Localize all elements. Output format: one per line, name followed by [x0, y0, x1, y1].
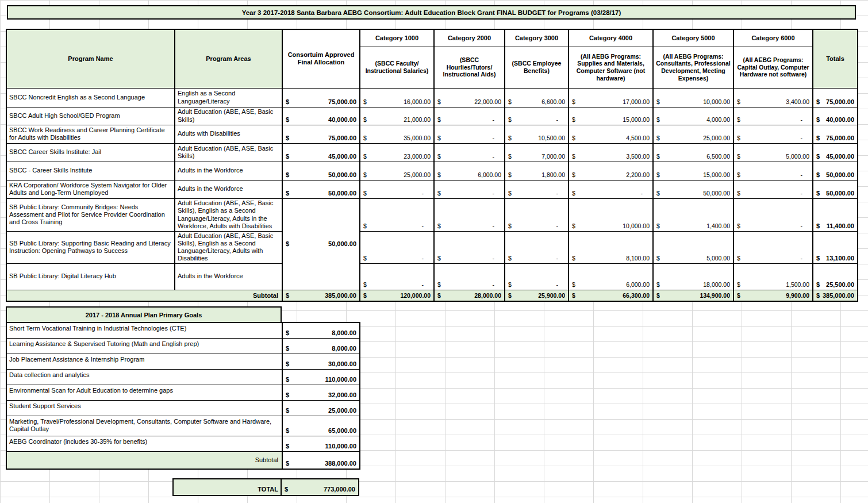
- category-amount-cell[interactable]: $-: [569, 180, 653, 198]
- budget-subtotal-cat6000[interactable]: $9,900.00: [733, 290, 813, 301]
- row-total-cell[interactable]: $75,000.00: [813, 125, 858, 143]
- category-amount-cell[interactable]: $-: [505, 263, 569, 290]
- category-amount-cell[interactable]: $-: [505, 231, 569, 263]
- program-name-cell[interactable]: SBCC Work Readiness and Career Planning …: [6, 125, 175, 143]
- allocation-cell[interactable]: $40,000.00: [282, 107, 360, 125]
- category-amount-cell[interactable]: $-: [505, 107, 569, 125]
- allocation-cell[interactable]: $75,000.00: [282, 88, 360, 107]
- row-total-cell[interactable]: $13,100.00: [813, 231, 858, 263]
- category-amount-cell[interactable]: $-: [434, 125, 505, 143]
- category-amount-cell[interactable]: $50,000.00: [653, 180, 733, 198]
- category-amount-cell[interactable]: $8,100.00: [569, 231, 653, 263]
- category-amount-cell[interactable]: $7,000.00: [505, 143, 569, 162]
- category-amount-cell[interactable]: $-: [733, 180, 813, 198]
- category-amount-cell[interactable]: $21,000.00: [360, 107, 434, 125]
- col-subheader-category-6000[interactable]: (All AEBG Programs: Capital Outlay, Comp…: [733, 47, 813, 88]
- row-total-cell[interactable]: $50,000.00: [813, 162, 858, 180]
- row-total-cell[interactable]: $11,400.00: [813, 198, 858, 231]
- program-name-cell[interactable]: SBCC Career Skills Institute: Jail: [6, 143, 175, 162]
- category-amount-cell[interactable]: $-: [505, 180, 569, 198]
- category-amount-cell[interactable]: $25,000.00: [360, 162, 434, 180]
- allocation-cell[interactable]: $75,000.00: [282, 125, 360, 143]
- category-amount-cell[interactable]: $-: [434, 107, 505, 125]
- program-area-cell[interactable]: Adult Education (ABE, ASE, Basic Skills)…: [175, 231, 282, 263]
- program-name-cell[interactable]: SBCC - Career Skills Institute: [6, 162, 175, 180]
- budget-subtotal-cat3000[interactable]: $25,900.00: [505, 290, 569, 301]
- category-amount-cell[interactable]: $-: [434, 198, 505, 231]
- goals-subtotal-amount[interactable]: $388,000.00: [282, 451, 360, 469]
- budget-subtotal-total[interactable]: $385,000.00: [813, 290, 858, 301]
- grand-total-label[interactable]: TOTAL: [174, 479, 282, 495]
- category-amount-cell[interactable]: $1,800.00: [505, 162, 569, 180]
- grand-total-amount[interactable]: $773,000.00: [282, 479, 358, 495]
- row-total-cell[interactable]: $40,000.00: [813, 107, 858, 125]
- goal-label-cell[interactable]: Marketing, Travel/Professional Developme…: [6, 416, 282, 436]
- category-amount-cell[interactable]: $-: [360, 198, 434, 231]
- program-area-cell[interactable]: Adults with Disabilities: [175, 125, 282, 143]
- col-subheader-category-1000[interactable]: (SBCC Faculty/ Instructional Salaries): [360, 47, 434, 88]
- col-header-category-2000[interactable]: Category 2000: [434, 29, 505, 47]
- program-area-cell[interactable]: Adults in the Workforce: [175, 162, 282, 180]
- category-amount-cell[interactable]: $-: [733, 107, 813, 125]
- category-amount-cell[interactable]: $15,000.00: [653, 162, 733, 180]
- category-amount-cell[interactable]: $3,400.00: [733, 88, 813, 107]
- category-amount-cell[interactable]: $4,500.00: [569, 125, 653, 143]
- goal-amount-cell[interactable]: $8,000.00: [282, 338, 360, 354]
- goal-amount-cell[interactable]: $30,000.00: [282, 354, 360, 369]
- category-amount-cell[interactable]: $-: [733, 231, 813, 263]
- program-name-cell[interactable]: SB Public Library: Supporting Basic Read…: [6, 231, 175, 263]
- goal-amount-cell[interactable]: $32,000.00: [282, 385, 360, 400]
- budget-subtotal-cat1000[interactable]: $120,000.00: [360, 290, 434, 301]
- program-name-cell[interactable]: SBCC Adult High School/GED Program: [6, 107, 175, 125]
- category-amount-cell[interactable]: $6,500.00: [653, 143, 733, 162]
- category-amount-cell[interactable]: $-: [733, 125, 813, 143]
- category-amount-cell[interactable]: $3,500.00: [569, 143, 653, 162]
- row-total-cell[interactable]: $45,000.00: [813, 143, 858, 162]
- program-area-cell[interactable]: Adult Education (ABE, ASE, Basic Skills)…: [175, 198, 282, 231]
- goal-label-cell[interactable]: Environmental Scan for Adult Education t…: [6, 385, 282, 400]
- col-header-program-name[interactable]: Program Name: [6, 29, 175, 88]
- budget-subtotal-cat2000[interactable]: $28,000.00: [434, 290, 505, 301]
- category-amount-cell[interactable]: $-: [733, 198, 813, 231]
- budget-subtotal-cat4000[interactable]: $66,300.00: [569, 290, 653, 301]
- category-amount-cell[interactable]: $-: [360, 231, 434, 263]
- category-amount-cell[interactable]: $6,000.00: [569, 263, 653, 290]
- category-amount-cell[interactable]: $22,000.00: [434, 88, 505, 107]
- program-name-cell[interactable]: KRA Corporation/ Workforce System Naviga…: [6, 180, 175, 198]
- goals-header-cell[interactable]: 2017 - 2018 Annual Plan Primary Goals: [6, 306, 282, 323]
- category-amount-cell[interactable]: $-: [505, 198, 569, 231]
- category-amount-cell[interactable]: $-: [360, 263, 434, 290]
- col-subheader-category-4000[interactable]: (All AEBG Programs: Supplies and Materia…: [569, 47, 653, 88]
- category-amount-cell[interactable]: $35,000.00: [360, 125, 434, 143]
- category-amount-cell[interactable]: $23,000.00: [360, 143, 434, 162]
- goal-amount-cell[interactable]: $110,000.00: [282, 369, 360, 385]
- goal-label-cell[interactable]: AEBG Coordinator (includes 30-35% for be…: [6, 436, 282, 451]
- col-header-totals[interactable]: Totals: [813, 29, 858, 88]
- goal-label-cell[interactable]: Data collection and analytics: [6, 369, 282, 385]
- allocation-cell[interactable]: $50,000.00: [282, 198, 360, 290]
- goal-amount-cell[interactable]: $110,000.00: [282, 436, 360, 451]
- budget-subtotal-label[interactable]: Subtotal: [6, 290, 282, 301]
- program-area-cell[interactable]: Adults in the Workforce: [175, 180, 282, 198]
- category-amount-cell[interactable]: $17,000.00: [569, 88, 653, 107]
- category-amount-cell[interactable]: $10,000.00: [653, 88, 733, 107]
- category-amount-cell[interactable]: $-: [360, 180, 434, 198]
- category-amount-cell[interactable]: $5,000.00: [653, 231, 733, 263]
- col-header-category-5000[interactable]: Category 5000: [653, 29, 733, 47]
- category-amount-cell[interactable]: $16,000.00: [360, 88, 434, 107]
- category-amount-cell[interactable]: $-: [434, 143, 505, 162]
- goal-label-cell[interactable]: Student Support Services: [6, 400, 282, 416]
- row-total-cell[interactable]: $25,500.00: [813, 263, 858, 290]
- program-name-cell[interactable]: SB Public Library: Community Bridges: Ne…: [6, 198, 175, 231]
- category-amount-cell[interactable]: $-: [733, 162, 813, 180]
- budget-subtotal-allocation[interactable]: $385,000.00: [282, 290, 360, 301]
- goal-label-cell[interactable]: Short Term Vocational Training in Indust…: [6, 322, 282, 338]
- category-amount-cell[interactable]: $5,000.00: [733, 143, 813, 162]
- goal-amount-cell[interactable]: $65,000.00: [282, 416, 360, 436]
- goal-amount-cell[interactable]: $25,000.00: [282, 400, 360, 416]
- category-amount-cell[interactable]: $10,000.00: [569, 198, 653, 231]
- row-total-cell[interactable]: $75,000.00: [813, 88, 858, 107]
- program-area-cell[interactable]: English as a Second Language/Literacy: [175, 88, 282, 107]
- category-amount-cell[interactable]: $1,500.00: [733, 263, 813, 290]
- goals-subtotal-label[interactable]: Subtotal: [6, 451, 282, 469]
